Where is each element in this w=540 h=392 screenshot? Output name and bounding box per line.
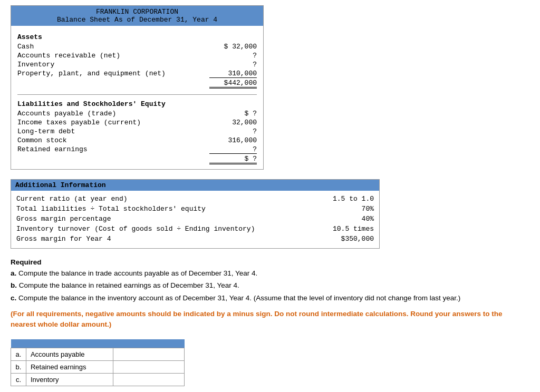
liab-row-re: Retained earnings ? xyxy=(17,145,257,154)
liab-label-ap: Accounts payable (trade) xyxy=(17,110,209,117)
liab-value-cs: 316,000 xyxy=(209,136,257,144)
asset-label-total xyxy=(17,79,209,89)
answer-letter-b: b. xyxy=(11,360,26,373)
asset-label-ar: Accounts receivable (net) xyxy=(17,52,209,60)
answer-letter-a: a. xyxy=(11,348,26,360)
required-section: Required a. Compute the balance in trade… xyxy=(11,258,517,330)
liabilities-title: Liabilities and Stockholders' Equity xyxy=(17,100,257,108)
asset-value-inventory: ? xyxy=(209,61,257,68)
assets-title: Assets xyxy=(17,33,257,41)
req-text-a: Compute the balance in trade accounts pa… xyxy=(16,269,257,277)
asset-value-ar: ? xyxy=(209,52,257,60)
liab-value-ap: $ ? xyxy=(209,110,257,117)
instruction-para: (For all requirements, negative amounts … xyxy=(11,309,517,330)
asset-value-ppe: 310,000 xyxy=(209,70,257,78)
bs-subtitle: Balance Sheet As of December 31, Year 4 xyxy=(14,16,260,24)
add-label-tl: Total liabilities ÷ Total stockholders' … xyxy=(16,205,311,213)
liab-row-itp: Income taxes payable (current) 32,000 xyxy=(17,118,257,127)
add-row-it: Inventory turnover (Cost of goods sold ÷… xyxy=(16,224,374,234)
required-title: Required xyxy=(11,258,517,266)
liab-row-ltd: Long-term debt ? xyxy=(17,127,257,136)
add-row-cr: Current ratio (at year end) 1.5 to 1.0 xyxy=(16,194,374,204)
required-item-a: a. Compute the balance in trade accounts… xyxy=(11,268,517,279)
req-letter-a: a. xyxy=(11,269,16,277)
answer-input-c[interactable] xyxy=(113,373,185,386)
asset-row-ar: Accounts receivable (net) ? xyxy=(17,51,257,60)
answer-field-c[interactable] xyxy=(118,376,180,384)
add-label-gm: Gross margin percentage xyxy=(16,215,311,223)
additional-info: Additional Information Current ratio (at… xyxy=(11,179,380,249)
bs-body: Assets Cash $ 32,000 Accounts receivable… xyxy=(11,26,263,169)
company-name: FRANKLIN CORPORATION xyxy=(14,8,260,16)
add-value-it: 10.5 times xyxy=(311,225,374,233)
bs-header: FRANKLIN CORPORATION Balance Sheet As of… xyxy=(11,6,263,26)
answer-label-a: Accounts payable xyxy=(26,348,113,360)
liab-label-total xyxy=(17,155,209,164)
answer-row-c: c. Inventory xyxy=(11,373,185,386)
add-value-tl: 70% xyxy=(311,205,374,213)
liab-value-itp: 32,000 xyxy=(209,119,257,126)
asset-row-cash: Cash $ 32,000 xyxy=(17,42,257,51)
answer-row-b: b. Retained earnings xyxy=(11,360,185,373)
asset-label-inventory: Inventory xyxy=(17,61,209,68)
asset-label-ppe: Property, plant, and equipment (net) xyxy=(17,70,209,78)
balance-sheet: FRANKLIN CORPORATION Balance Sheet As of… xyxy=(11,5,264,170)
add-label-gmy4: Gross margin for Year 4 xyxy=(16,235,311,243)
answer-input-a[interactable] xyxy=(113,348,185,360)
liab-value-ltd: ? xyxy=(209,128,257,135)
asset-value-total: $442,000 xyxy=(209,79,257,89)
liab-label-itp: Income taxes payable (current) xyxy=(17,119,209,126)
add-label-it: Inventory turnover (Cost of goods sold ÷… xyxy=(16,225,311,233)
answer-field-a[interactable] xyxy=(118,350,180,358)
add-row-tl: Total liabilities ÷ Total stockholders' … xyxy=(16,204,374,214)
req-letter-c: c. xyxy=(11,294,16,302)
req-text-b: Compute the balance in retained earnings… xyxy=(17,281,239,289)
asset-value-cash: $ 32,000 xyxy=(209,43,257,51)
liab-row-cs: Common stock 316,000 xyxy=(17,136,257,145)
liab-label-cs: Common stock xyxy=(17,136,209,144)
liab-label-ltd: Long-term debt xyxy=(17,128,209,135)
add-value-cr: 1.5 to 1.0 xyxy=(311,195,374,203)
add-row-gmy4: Gross margin for Year 4 $350,000 xyxy=(16,234,374,244)
liab-row-total: $ ? xyxy=(17,154,257,165)
additional-header: Additional Information xyxy=(11,180,379,191)
asset-row-ppe: Property, plant, and equipment (net) 310… xyxy=(17,69,257,79)
add-value-gm: 40% xyxy=(311,215,374,223)
answer-table-header xyxy=(11,339,185,348)
answer-field-b[interactable] xyxy=(118,363,180,371)
liab-value-total: $ ? xyxy=(209,155,257,164)
add-label-cr: Current ratio (at year end) xyxy=(16,195,311,203)
req-letter-b: b. xyxy=(11,281,17,289)
add-value-gmy4: $350,000 xyxy=(311,235,374,243)
answer-label-c: Inventory xyxy=(26,373,113,386)
answer-letter-c: c. xyxy=(11,373,26,386)
bs-divider xyxy=(17,94,257,95)
asset-row-total: $442,000 xyxy=(17,79,257,89)
answer-input-b[interactable] xyxy=(113,360,185,373)
answer-row-a: a. Accounts payable xyxy=(11,348,185,360)
add-row-gm: Gross margin percentage 40% xyxy=(16,214,374,224)
answer-table: a. Accounts payable b. Retained earnings… xyxy=(11,339,185,386)
additional-body: Current ratio (at year end) 1.5 to 1.0 T… xyxy=(11,191,379,248)
asset-label-cash: Cash xyxy=(17,43,209,51)
liab-label-re: Retained earnings xyxy=(17,145,209,154)
required-item-c: c. Compute the balance in the inventory … xyxy=(11,293,517,303)
asset-row-inventory: Inventory ? xyxy=(17,60,257,69)
answer-label-b: Retained earnings xyxy=(26,360,113,373)
req-text-c: Compute the balance in the inventory acc… xyxy=(16,294,460,302)
liab-value-re: ? xyxy=(209,145,257,154)
required-item-b: b. Compute the balance in retained earni… xyxy=(11,280,517,291)
liab-row-ap: Accounts payable (trade) $ ? xyxy=(17,109,257,118)
